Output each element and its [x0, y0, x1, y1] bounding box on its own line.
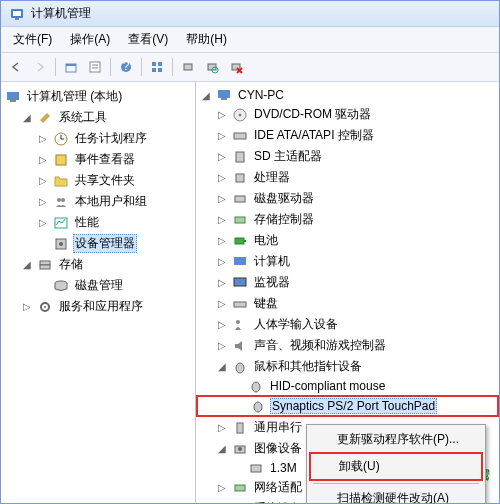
menu-file[interactable]: 文件(F): [5, 29, 60, 50]
device-dvd[interactable]: ▷DVD/CD-ROM 驱动器: [196, 104, 499, 125]
expand-icon[interactable]: ▷: [37, 175, 49, 187]
svg-rect-48: [234, 278, 246, 286]
toolbar: ?: [1, 53, 499, 82]
menubar: 文件(F) 操作(A) 查看(V) 帮助(H): [1, 27, 499, 53]
up-button[interactable]: [60, 56, 82, 78]
context-menu: 更新驱动程序软件(P)... 卸载(U) 扫描检测硬件改动(A) 属性(R): [306, 424, 486, 503]
device-hid[interactable]: ▷人体学输入设备: [196, 314, 499, 335]
expand-icon[interactable]: ▷: [37, 154, 49, 166]
menu-view[interactable]: 查看(V): [120, 29, 176, 50]
collapse-icon[interactable]: ◢: [21, 259, 33, 271]
svg-rect-44: [235, 217, 245, 223]
help-button[interactable]: ?: [115, 56, 137, 78]
event-icon: [53, 152, 69, 168]
svg-rect-58: [235, 485, 245, 491]
svg-rect-14: [184, 64, 192, 70]
svg-rect-42: [236, 174, 244, 182]
properties-button[interactable]: [84, 56, 106, 78]
monitor-icon: [232, 275, 248, 291]
expand-icon[interactable]: ▷: [37, 217, 49, 229]
expand-icon[interactable]: ▷: [21, 301, 33, 313]
tree-task-scheduler[interactable]: ▷ 任务计划程序: [1, 128, 195, 149]
device-mice[interactable]: ◢鼠标和其他指针设备: [196, 356, 499, 377]
mouse-icon: [250, 398, 266, 414]
back-button[interactable]: [5, 56, 27, 78]
menu-scan-hardware[interactable]: 扫描检测硬件改动(A): [309, 486, 483, 503]
svg-rect-47: [234, 257, 246, 265]
device-storage-ctrl[interactable]: ▷存储控制器: [196, 209, 499, 230]
sd-icon: [232, 149, 248, 165]
tree-services-apps[interactable]: ▷ 服务和应用程序: [1, 296, 195, 317]
clock-icon: [53, 131, 69, 147]
svg-rect-1: [13, 11, 21, 16]
expand-icon[interactable]: ▷: [37, 133, 49, 145]
svg-rect-49: [234, 302, 246, 307]
view-mode-button[interactable]: [146, 56, 168, 78]
tree-device-manager[interactable]: 设备管理器: [1, 233, 195, 254]
usb-icon: [232, 420, 248, 436]
svg-point-27: [61, 198, 65, 202]
device-ide[interactable]: ▷IDE ATA/ATAPI 控制器: [196, 125, 499, 146]
collapse-icon[interactable]: ◢: [200, 89, 212, 101]
app-window: 计算机管理 文件(F) 操作(A) 查看(V) 帮助(H) ? 计算机管理 (本…: [0, 0, 500, 504]
svg-rect-25: [56, 155, 66, 165]
svg-point-56: [238, 447, 242, 451]
tree-root[interactable]: 计算机管理 (本地): [1, 86, 195, 107]
device-keyboards[interactable]: ▷键盘: [196, 293, 499, 314]
separator: [55, 58, 56, 76]
tree-disk-management[interactable]: 磁盘管理: [1, 275, 195, 296]
performance-icon: [53, 215, 69, 231]
mouse-icon: [232, 359, 248, 375]
users-icon: [53, 194, 69, 210]
mouse-icon: [248, 378, 264, 394]
device-root[interactable]: ◢ CYN-PC: [196, 86, 499, 104]
storage-icon: [37, 257, 53, 273]
tree-system-tools[interactable]: ◢ 系统工具: [1, 107, 195, 128]
svg-rect-31: [40, 261, 50, 265]
collapse-icon[interactable]: ◢: [216, 361, 228, 373]
tree-storage[interactable]: ◢ 存储: [1, 254, 195, 275]
scan-hardware-button[interactable]: [201, 56, 223, 78]
svg-text:?: ?: [123, 60, 130, 73]
svg-point-39: [239, 113, 242, 116]
tree-local-users[interactable]: ▷ 本地用户和组: [1, 191, 195, 212]
device-computers[interactable]: ▷计算机: [196, 251, 499, 272]
menu-help[interactable]: 帮助(H): [178, 29, 235, 50]
svg-rect-10: [152, 62, 156, 66]
tree-event-viewer[interactable]: ▷ 事件查看器: [1, 149, 195, 170]
device-disk-drives[interactable]: ▷磁盘驱动器: [196, 188, 499, 209]
expand-icon[interactable]: ▷: [37, 196, 49, 208]
device-sound[interactable]: ▷声音、视频和游戏控制器: [196, 335, 499, 356]
device-update-button[interactable]: [177, 56, 199, 78]
menu-update-driver[interactable]: 更新驱动程序软件(P)...: [309, 427, 483, 452]
separator: [172, 58, 173, 76]
storage-ctrl-icon: [232, 212, 248, 228]
folder-icon: [53, 173, 69, 189]
menu-uninstall[interactable]: 卸载(U): [309, 452, 483, 481]
device-batteries[interactable]: ▷电池: [196, 230, 499, 251]
collapse-icon[interactable]: ◢: [216, 443, 228, 455]
menu-action[interactable]: 操作(A): [62, 29, 118, 50]
device-processors[interactable]: ▷处理器: [196, 167, 499, 188]
svg-point-30: [59, 242, 63, 246]
collapse-icon[interactable]: ◢: [21, 112, 33, 124]
uninstall-button[interactable]: [225, 56, 247, 78]
device-sd[interactable]: ▷SD 主适配器: [196, 146, 499, 167]
app-icon: [9, 6, 25, 22]
forward-button[interactable]: [29, 56, 51, 78]
svg-rect-54: [237, 423, 243, 433]
device-synaptics-touchpad[interactable]: Synaptics PS/2 Port TouchPad: [196, 395, 499, 417]
hid-icon: [232, 317, 248, 333]
right-tree-pane: ◢ CYN-PC ▷DVD/CD-ROM 驱动器 ▷IDE ATA/ATAPI …: [196, 82, 499, 503]
tree-performance[interactable]: ▷ 性能: [1, 212, 195, 233]
device-manager-icon: [53, 236, 69, 252]
tree-shared-folders[interactable]: ▷ 共享文件夹: [1, 170, 195, 191]
device-monitors[interactable]: ▷监视器: [196, 272, 499, 293]
svg-rect-43: [235, 196, 245, 202]
camera-icon: [248, 460, 264, 476]
system-icon: [232, 501, 248, 504]
svg-rect-57: [251, 465, 261, 472]
svg-rect-40: [234, 133, 246, 139]
main-body: 计算机管理 (本地) ◢ 系统工具 ▷ 任务计划程序 ▷ 事件查看器 ▷ 共享文…: [1, 82, 499, 503]
device-hid-mouse[interactable]: HID-compliant mouse: [196, 377, 499, 395]
